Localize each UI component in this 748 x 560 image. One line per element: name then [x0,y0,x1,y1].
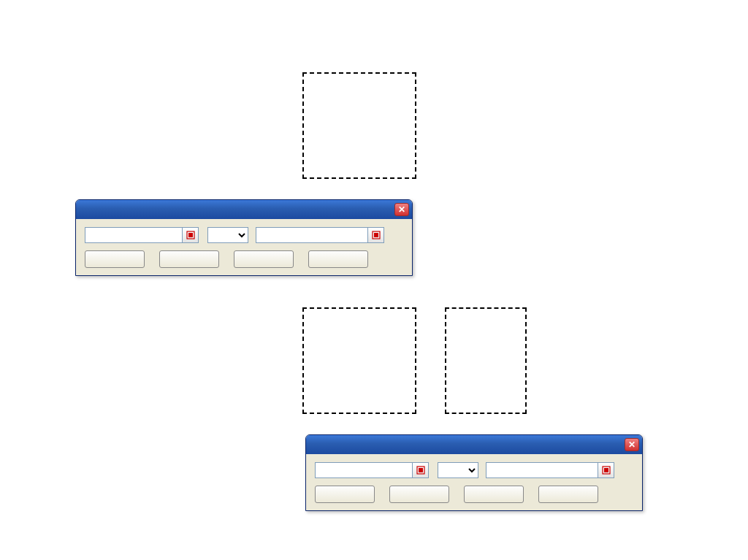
selection-marquee-top [302,72,416,179]
range-picker-icon[interactable] [413,462,429,478]
operator-select[interactable] [438,462,478,478]
svg-rect-1 [188,233,193,237]
add-button[interactable] [464,486,524,503]
svg-rect-5 [419,468,423,472]
cancel-button[interactable] [389,486,449,503]
add-constraint-dialog: ✕ [75,199,413,276]
constraint-input[interactable] [256,227,368,243]
page-title [0,0,748,29]
operator-select[interactable] [207,227,248,243]
constraint-input[interactable] [486,462,598,478]
help-button[interactable] [308,250,368,268]
range-picker-icon[interactable] [598,462,614,478]
cell-ref-input[interactable] [85,227,183,243]
selection-marquee-bottom-d [302,307,416,414]
cancel-button[interactable] [159,250,219,268]
add-constraint-dialog: ✕ [305,434,643,511]
dialog-titlebar[interactable]: ✕ [76,200,412,219]
ok-button[interactable] [315,486,375,503]
dialog-titlebar[interactable]: ✕ [306,435,642,454]
close-icon[interactable]: ✕ [625,438,639,451]
ok-button[interactable] [85,250,145,268]
svg-rect-7 [604,468,608,472]
add-button[interactable] [234,250,294,268]
help-button[interactable] [538,486,598,503]
range-picker-icon[interactable] [183,227,199,243]
close-icon[interactable]: ✕ [394,203,409,216]
selection-marquee-bottom-f [445,307,527,414]
cell-ref-input[interactable] [315,462,413,478]
svg-rect-3 [374,233,378,237]
range-picker-icon[interactable] [368,227,384,243]
